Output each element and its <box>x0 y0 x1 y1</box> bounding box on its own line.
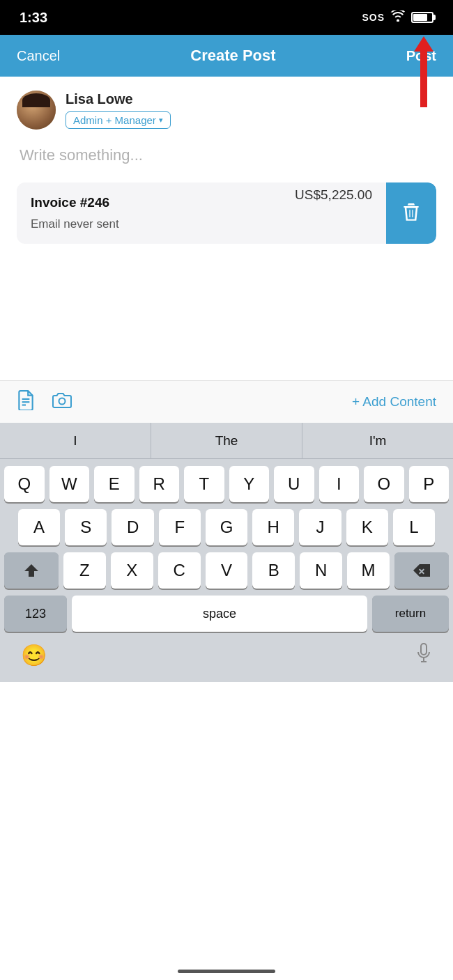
key-row-2: A S D F G H J K L <box>4 509 449 545</box>
autocomplete-item-3[interactable]: I'm <box>302 423 453 458</box>
spacer <box>0 269 453 380</box>
key-d[interactable]: D <box>112 509 153 545</box>
content-area: Lisa Lowe Admin + Manager ▾ Write someth… <box>0 77 453 269</box>
key-b[interactable]: B <box>252 552 295 589</box>
role-dropdown[interactable]: Admin + Manager ▾ <box>66 111 171 129</box>
invoice-number: Invoice #246 <box>31 195 109 210</box>
nav-title: Create Post <box>190 47 275 65</box>
key-o[interactable]: O <box>364 466 404 502</box>
battery-icon <box>411 12 433 23</box>
autocomplete-item-2[interactable]: The <box>151 423 302 458</box>
bottom-bar: 😊 <box>0 635 453 682</box>
user-name: Lisa Lowe <box>66 91 171 107</box>
compose-input[interactable]: Write something... <box>17 141 436 182</box>
autocomplete-bar: I The I'm <box>0 423 453 459</box>
invoice-amount: US$5,225.00 <box>295 187 372 203</box>
backspace-key[interactable] <box>394 552 449 589</box>
key-h[interactable]: H <box>252 509 294 545</box>
invoice-status: Email never sent <box>31 217 372 231</box>
key-j[interactable]: J <box>299 509 341 545</box>
key-l[interactable]: L <box>393 509 435 545</box>
space-key[interactable]: space <box>72 596 367 632</box>
trash-icon <box>400 201 422 226</box>
key-row-1: Q W E R T Y U I O P <box>4 466 449 502</box>
key-p[interactable]: P <box>409 466 450 502</box>
key-c[interactable]: C <box>158 552 201 589</box>
toolbar: + Add Content <box>0 381 453 423</box>
sos-label: SOS <box>362 12 385 23</box>
key-rows: Q W E R T Y U I O P A S D F G H J K L <box>0 459 453 635</box>
numbers-key[interactable]: 123 <box>4 596 67 632</box>
nav-bar: Cancel Create Post Post <box>0 35 453 77</box>
key-row-3: Z X C V B N M <box>4 552 449 589</box>
key-q[interactable]: Q <box>4 466 45 502</box>
invoice-top-row: Invoice #246 US$5,225.00 <box>31 195 372 215</box>
key-g[interactable]: G <box>206 509 247 545</box>
key-x[interactable]: X <box>111 552 153 589</box>
return-key[interactable]: return <box>372 596 449 632</box>
invoice-delete-button[interactable] <box>386 182 436 244</box>
key-v[interactable]: V <box>206 552 248 589</box>
key-s[interactable]: S <box>65 509 107 545</box>
key-y[interactable]: Y <box>229 466 270 502</box>
key-w[interactable]: W <box>49 466 90 502</box>
svg-point-3 <box>59 398 66 404</box>
svg-rect-4 <box>421 644 427 655</box>
role-label: Admin + Manager <box>73 114 156 126</box>
key-r[interactable]: R <box>139 466 180 502</box>
key-row-4: 123 space return <box>4 596 449 632</box>
key-n[interactable]: N <box>300 552 342 589</box>
mic-icon[interactable] <box>415 642 432 668</box>
emoji-icon[interactable]: 😊 <box>21 643 47 667</box>
chevron-down-icon: ▾ <box>159 116 163 125</box>
key-a[interactable]: A <box>18 509 60 545</box>
invoice-info: Invoice #246 US$5,225.00 Email never sen… <box>17 182 386 244</box>
key-f[interactable]: F <box>159 509 201 545</box>
status-bar: 1:33 SOS <box>0 0 453 35</box>
status-icons: SOS <box>362 10 433 24</box>
shift-key[interactable] <box>4 552 59 589</box>
key-i[interactable]: I <box>319 466 360 502</box>
autocomplete-item-1[interactable]: I <box>0 423 151 458</box>
key-m[interactable]: M <box>347 552 390 589</box>
key-e[interactable]: E <box>94 466 135 502</box>
user-row: Lisa Lowe Admin + Manager ▾ <box>17 91 436 130</box>
home-indicator <box>178 970 275 973</box>
add-content-button[interactable]: + Add Content <box>352 394 436 410</box>
avatar <box>17 91 56 130</box>
keyboard: I The I'm Q W E R T Y U I O P A S D F G … <box>0 423 453 682</box>
camera-icon[interactable] <box>52 391 72 414</box>
key-z[interactable]: Z <box>63 552 106 589</box>
key-t[interactable]: T <box>184 466 224 502</box>
invoice-card: Invoice #246 US$5,225.00 Email never sen… <box>17 182 436 244</box>
wifi-icon <box>390 10 406 24</box>
annotation-arrow <box>414 36 433 107</box>
file-icon[interactable] <box>17 389 35 415</box>
key-k[interactable]: K <box>346 509 388 545</box>
cancel-button[interactable]: Cancel <box>17 48 60 64</box>
user-info: Lisa Lowe Admin + Manager ▾ <box>66 91 171 129</box>
time: 1:33 <box>20 10 47 26</box>
key-u[interactable]: U <box>274 466 314 502</box>
